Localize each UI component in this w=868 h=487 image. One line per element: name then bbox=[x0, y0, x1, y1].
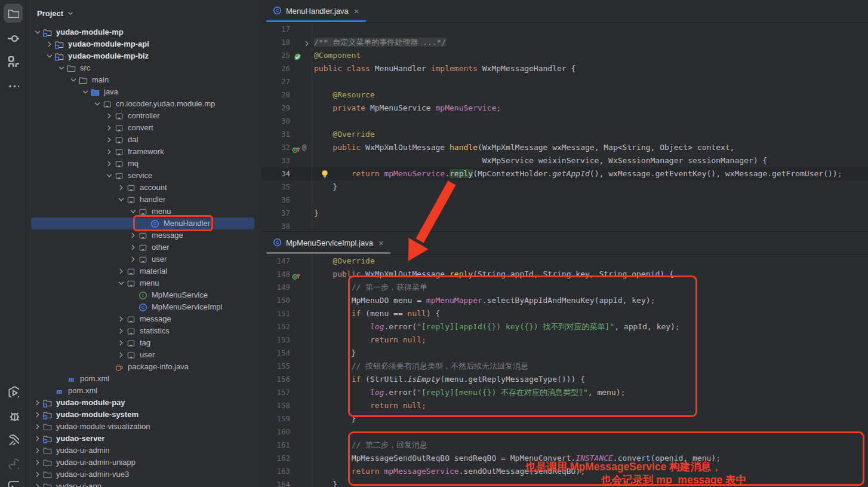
tree-item-yudao-module-pay[interactable]: yudao-module-pay bbox=[31, 397, 254, 409]
tree-item-main[interactable]: main bbox=[31, 74, 254, 86]
line-number[interactable]: 159 bbox=[261, 412, 290, 425]
debug-icon[interactable] bbox=[4, 405, 23, 424]
line-number[interactable]: 152 bbox=[261, 320, 290, 333]
tree-item-service[interactable]: service bbox=[31, 170, 254, 182]
code-line-28[interactable]: 28 @Resource bbox=[261, 88, 868, 102]
gutter[interactable] bbox=[290, 465, 312, 478]
collapse-arrow-icon[interactable] bbox=[32, 458, 42, 467]
code-mpmenuserviceimpl[interactable]: 147 @Override148O public WxMpXmlOutMessa… bbox=[261, 255, 868, 487]
expand-arrow-icon[interactable] bbox=[128, 207, 138, 216]
line-number[interactable]: 36 bbox=[261, 194, 290, 207]
tree-item-mpmenuserviceimpl[interactable]: CMpMenuServiceImpl bbox=[31, 301, 254, 313]
tree-item-pom-xml[interactable]: mpom.xml bbox=[31, 373, 254, 385]
tree-item-mq[interactable]: mq bbox=[31, 158, 254, 170]
gutter[interactable] bbox=[290, 220, 312, 231]
line-number[interactable]: 149 bbox=[261, 281, 290, 294]
collapse-arrow-icon[interactable] bbox=[32, 410, 42, 419]
gutter[interactable]: O@ bbox=[290, 141, 312, 154]
tree-item-menu[interactable]: menu bbox=[31, 277, 254, 289]
gutter[interactable] bbox=[290, 255, 312, 268]
code-line-33[interactable]: 33 WxMpService weixinService, WxSessionM… bbox=[261, 154, 868, 167]
code-line-30[interactable]: 30 bbox=[261, 115, 868, 128]
gutter[interactable] bbox=[290, 23, 312, 36]
tree-item-yudao-server[interactable]: yudao-server bbox=[31, 433, 254, 445]
line-number[interactable]: 148 bbox=[261, 268, 290, 281]
expand-arrow-icon[interactable] bbox=[104, 171, 114, 180]
tab-menuhandler-java[interactable]: C MenuHandler.java × bbox=[266, 0, 366, 22]
line-number[interactable]: 153 bbox=[261, 333, 290, 347]
line-number[interactable]: 30 bbox=[261, 115, 290, 128]
code-line-31[interactable]: 31 @Override bbox=[261, 128, 868, 141]
tree-item-menu[interactable]: menu bbox=[31, 206, 254, 218]
more-icon[interactable] bbox=[4, 75, 23, 94]
collapse-arrow-icon[interactable] bbox=[32, 470, 42, 479]
structure-icon[interactable] bbox=[4, 51, 23, 71]
line-number[interactable]: 29 bbox=[261, 102, 290, 115]
code-line-17[interactable]: 17 bbox=[261, 23, 868, 36]
code-line-149[interactable]: 149 // 第一步，获得菜单 bbox=[261, 281, 868, 294]
gutter[interactable] bbox=[290, 360, 312, 373]
collapse-arrow-icon[interactable] bbox=[32, 422, 42, 431]
tree-item-statistics[interactable]: statistics bbox=[31, 325, 254, 337]
line-number[interactable]: 163 bbox=[261, 465, 290, 478]
code-line-18[interactable]: 18/** 自定义菜单的事件处理器 ...*/ bbox=[261, 36, 868, 49]
collapse-arrow-icon[interactable] bbox=[116, 350, 126, 360]
line-number[interactable]: 37 bbox=[261, 207, 290, 220]
close-icon[interactable]: × bbox=[378, 238, 384, 247]
tree-item-cn-iocoder-yudao-module-mp[interactable]: cn.iocoder.yudao.module.mp bbox=[31, 98, 254, 110]
collapse-arrow-icon[interactable] bbox=[104, 135, 114, 145]
gutter[interactable] bbox=[290, 75, 312, 88]
line-number[interactable]: 32 bbox=[261, 141, 290, 154]
run-icon[interactable] bbox=[4, 382, 23, 401]
code-line-147[interactable]: 147 @Override bbox=[261, 255, 868, 268]
tree-item-user[interactable]: user bbox=[31, 349, 254, 361]
gutter[interactable] bbox=[290, 102, 312, 115]
code-line-26[interactable]: 26public class MenuHandler implements Wx… bbox=[261, 62, 868, 75]
tree-item-message[interactable]: message bbox=[31, 229, 254, 241]
tree-item-user[interactable]: user bbox=[31, 253, 254, 265]
code-line-34[interactable]: 34 return mpMenuService.reply(MpContextH… bbox=[261, 167, 868, 180]
line-number[interactable]: 35 bbox=[261, 180, 290, 194]
expand-arrow-icon[interactable] bbox=[116, 278, 126, 288]
gutter[interactable]: O bbox=[290, 268, 312, 281]
line-number[interactable]: 17 bbox=[261, 23, 290, 36]
code-line-29[interactable]: 29 private MpMenuService mpMenuService; bbox=[261, 102, 868, 115]
code-line-155[interactable]: 155 // 按钮必须要有消息类型，不然后续无法回复消息 bbox=[261, 360, 868, 373]
line-number[interactable]: 158 bbox=[261, 399, 290, 412]
collapse-arrow-icon[interactable] bbox=[32, 398, 42, 408]
code-line-32[interactable]: 32O@ public WxMpXmlOutMessage handle(WxM… bbox=[261, 141, 868, 154]
collapse-arrow-icon[interactable] bbox=[104, 159, 114, 169]
tree-item-yudao-ui-admin-vue3[interactable]: yudao-ui-admin-vue3 bbox=[31, 468, 254, 480]
line-number[interactable]: 150 bbox=[261, 294, 290, 307]
collapse-arrow-icon[interactable] bbox=[116, 314, 126, 324]
tree-item-yudao-module-mp-api[interactable]: yudao-module-mp-api bbox=[31, 38, 254, 50]
line-number[interactable]: 147 bbox=[261, 255, 290, 268]
gutter[interactable] bbox=[290, 373, 312, 386]
collapse-arrow-icon[interactable] bbox=[32, 446, 42, 455]
gutter[interactable] bbox=[290, 115, 312, 128]
build-icon[interactable] bbox=[4, 430, 23, 449]
gutter[interactable] bbox=[290, 62, 312, 75]
tree-item-message[interactable]: message bbox=[31, 313, 254, 325]
expand-arrow-icon[interactable] bbox=[32, 27, 42, 37]
code-line-159[interactable]: 159 } bbox=[261, 412, 868, 425]
tree-item-convert[interactable]: convert bbox=[31, 122, 254, 134]
line-number[interactable]: 164 bbox=[261, 478, 290, 487]
project-icon[interactable] bbox=[4, 4, 23, 23]
code-line-151[interactable]: 151 if (menu == null) { bbox=[261, 307, 868, 320]
tree-item-dal[interactable]: dal bbox=[31, 134, 254, 146]
code-line-156[interactable]: 156 if (StrUtil.isEmpty(menu.getReplyMes… bbox=[261, 373, 868, 386]
line-number[interactable]: 161 bbox=[261, 439, 290, 452]
code-line-35[interactable]: 35 } bbox=[261, 180, 868, 194]
collapse-arrow-icon[interactable] bbox=[116, 338, 126, 348]
gutter[interactable] bbox=[290, 452, 312, 465]
collapse-arrow-icon[interactable] bbox=[128, 231, 138, 240]
terminal-icon[interactable] bbox=[4, 476, 23, 487]
gutter[interactable] bbox=[290, 307, 312, 320]
gutter[interactable] bbox=[290, 154, 312, 167]
code-line-37[interactable]: 37} bbox=[261, 207, 868, 220]
tree-item-other[interactable]: other bbox=[31, 241, 254, 253]
line-number[interactable]: 31 bbox=[261, 128, 290, 141]
collapse-arrow-icon[interactable] bbox=[44, 39, 54, 49]
code-line-36[interactable]: 36 bbox=[261, 194, 868, 207]
